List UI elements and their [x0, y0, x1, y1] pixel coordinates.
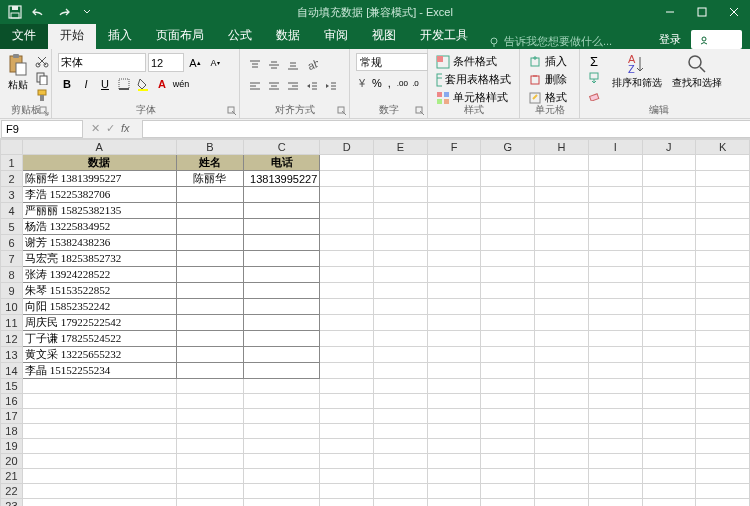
tab-layout[interactable]: 页面布局	[144, 23, 216, 49]
cell-A11[interactable]: 周庆民 17922522542	[22, 315, 176, 331]
cell-A5[interactable]: 杨浩 13225834952	[22, 219, 176, 235]
font-size-select[interactable]	[148, 53, 184, 72]
column-header-E[interactable]: E	[374, 140, 428, 155]
cell-K3[interactable]	[696, 187, 750, 203]
cell-B2[interactable]: 陈丽华	[176, 171, 244, 187]
cell-E10[interactable]	[374, 299, 428, 315]
cell-A20[interactable]	[22, 454, 176, 469]
cell-C22[interactable]	[244, 484, 320, 499]
cell-A16[interactable]	[22, 394, 176, 409]
cell-F17[interactable]	[427, 409, 481, 424]
cell-A3[interactable]: 李浩 15225382706	[22, 187, 176, 203]
cell-J9[interactable]	[642, 283, 696, 299]
cell-G19[interactable]	[481, 439, 535, 454]
cell-C21[interactable]	[244, 469, 320, 484]
cell-E5[interactable]	[374, 219, 428, 235]
cell-J23[interactable]	[642, 499, 696, 507]
cell-H5[interactable]	[535, 219, 589, 235]
cell-G20[interactable]	[481, 454, 535, 469]
redo-button[interactable]	[54, 3, 72, 21]
row-header-6[interactable]: 6	[1, 235, 23, 251]
row-header-17[interactable]: 17	[1, 409, 23, 424]
cell-E8[interactable]	[374, 267, 428, 283]
cell-E21[interactable]	[374, 469, 428, 484]
cell-G9[interactable]	[481, 283, 535, 299]
cell-J14[interactable]	[642, 363, 696, 379]
cell-F16[interactable]	[427, 394, 481, 409]
cell-C2[interactable]: 13813995227	[244, 171, 320, 187]
cell-B22[interactable]	[176, 484, 244, 499]
name-box[interactable]	[1, 120, 83, 138]
cell-I3[interactable]	[588, 187, 642, 203]
cell-F7[interactable]	[427, 251, 481, 267]
cell-F4[interactable]	[427, 203, 481, 219]
cell-B4[interactable]	[176, 203, 244, 219]
cell-A4[interactable]: 严丽丽 15825382135	[22, 203, 176, 219]
cell-F5[interactable]	[427, 219, 481, 235]
cell-D5[interactable]	[320, 219, 374, 235]
cell-K10[interactable]	[696, 299, 750, 315]
column-header-F[interactable]: F	[427, 140, 481, 155]
decrease-indent-button[interactable]	[303, 77, 321, 95]
cell-C18[interactable]	[244, 424, 320, 439]
cell-A7[interactable]: 马宏亮 18253852732	[22, 251, 176, 267]
cell-B13[interactable]	[176, 347, 244, 363]
select-all-corner[interactable]	[1, 140, 23, 155]
cell-H23[interactable]	[535, 499, 589, 507]
cell-G7[interactable]	[481, 251, 535, 267]
cell-K18[interactable]	[696, 424, 750, 439]
cell-A9[interactable]: 朱琴 15153522852	[22, 283, 176, 299]
cell-E14[interactable]	[374, 363, 428, 379]
cell-B21[interactable]	[176, 469, 244, 484]
cell-E16[interactable]	[374, 394, 428, 409]
cell-I20[interactable]	[588, 454, 642, 469]
row-header-16[interactable]: 16	[1, 394, 23, 409]
cell-K20[interactable]	[696, 454, 750, 469]
cell-H14[interactable]	[535, 363, 589, 379]
increase-indent-button[interactable]	[322, 77, 340, 95]
table-format-button[interactable]: 套用表格格式	[434, 71, 513, 88]
cell-H8[interactable]	[535, 267, 589, 283]
cell-A1[interactable]: 数据	[22, 155, 176, 171]
orientation-button[interactable]: ab	[303, 56, 321, 74]
border-button[interactable]	[115, 75, 133, 93]
cell-E13[interactable]	[374, 347, 428, 363]
cell-B19[interactable]	[176, 439, 244, 454]
sort-filter-button[interactable]: AZ 排序和筛选	[608, 51, 666, 92]
cell-E15[interactable]	[374, 379, 428, 394]
insert-cells-button[interactable]: 插入	[526, 53, 573, 70]
cell-F19[interactable]	[427, 439, 481, 454]
cell-C14[interactable]	[244, 363, 320, 379]
row-header-8[interactable]: 8	[1, 267, 23, 283]
cell-D7[interactable]	[320, 251, 374, 267]
share-button[interactable]: 共享	[691, 30, 742, 49]
cell-I2[interactable]	[588, 171, 642, 187]
align-middle-button[interactable]	[265, 56, 283, 74]
column-header-A[interactable]: A	[22, 140, 176, 155]
cell-H2[interactable]	[535, 171, 589, 187]
row-header-23[interactable]: 23	[1, 499, 23, 507]
cell-G6[interactable]	[481, 235, 535, 251]
cell-B3[interactable]	[176, 187, 244, 203]
copy-button[interactable]	[34, 70, 50, 86]
cell-C6[interactable]	[244, 235, 320, 251]
align-center-button[interactable]	[265, 77, 283, 95]
cell-A13[interactable]: 黄文采 13225655232	[22, 347, 176, 363]
row-header-7[interactable]: 7	[1, 251, 23, 267]
cell-K1[interactable]	[696, 155, 750, 171]
cell-J13[interactable]	[642, 347, 696, 363]
cell-I11[interactable]	[588, 315, 642, 331]
cell-D23[interactable]	[320, 499, 374, 507]
align-launcher[interactable]	[337, 106, 347, 116]
find-select-button[interactable]: 查找和选择	[668, 51, 726, 92]
cell-K16[interactable]	[696, 394, 750, 409]
cell-K9[interactable]	[696, 283, 750, 299]
cell-E12[interactable]	[374, 331, 428, 347]
cell-G4[interactable]	[481, 203, 535, 219]
comma-button[interactable]: ,	[384, 74, 395, 92]
format-painter-button[interactable]	[34, 87, 50, 103]
cell-C7[interactable]	[244, 251, 320, 267]
row-header-20[interactable]: 20	[1, 454, 23, 469]
column-header-J[interactable]: J	[642, 140, 696, 155]
cell-G21[interactable]	[481, 469, 535, 484]
